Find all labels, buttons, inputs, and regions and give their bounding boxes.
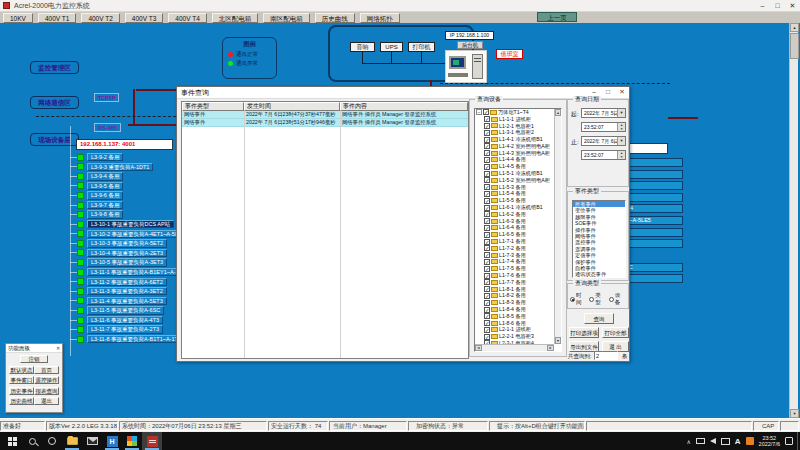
- checkbox-icon[interactable]: [484, 143, 490, 149]
- checkbox-icon[interactable]: [484, 313, 490, 319]
- scroll-right-icon[interactable]: [547, 345, 554, 351]
- device-row[interactable]: L3-11-1 事故重要负荷A-B1EY1~A-2ET1: [70, 268, 193, 276]
- function-panel-titlebar[interactable]: 功能面板: [6, 344, 62, 353]
- tab-item[interactable]: 400V T2: [81, 13, 119, 23]
- scroll-up-icon[interactable]: [555, 109, 561, 116]
- scroll-up-icon[interactable]: [790, 23, 799, 32]
- function-button[interactable]: 默认状态: [9, 366, 34, 374]
- scroll-thumb[interactable]: [790, 33, 799, 59]
- workstation-icon[interactable]: [445, 50, 487, 83]
- close-icon[interactable]: [785, 0, 800, 11]
- event-table-row[interactable]: 网络事件2022年 7月 6日23时47分37秒477毫秒网络事件 操作员 Ma…: [182, 111, 468, 119]
- checkbox-icon[interactable]: [484, 191, 490, 197]
- device-row[interactable]: L3-9-6 备用: [70, 191, 193, 199]
- alert-tray-icon[interactable]: [746, 437, 754, 445]
- device-row[interactable]: L3-10-2 事故重要负荷A-4ET1~A-5ET1: [70, 230, 193, 238]
- device-row[interactable]: L3-10-1 事故重要负荷DCS AP站: [70, 220, 193, 228]
- column-header-time[interactable]: 发生时间: [244, 102, 340, 111]
- query-type-option[interactable]: 设备: [609, 292, 625, 306]
- prev-page-button[interactable]: 上一页: [537, 12, 577, 22]
- checkbox-icon[interactable]: [484, 184, 490, 190]
- function-button[interactable]: 首页: [34, 366, 59, 374]
- tab-item[interactable]: 10KV: [3, 13, 33, 23]
- device-row[interactable]: L3-11-7 事故重要负荷A-2T3: [70, 325, 193, 333]
- device-row[interactable]: L3-9-4 备用: [70, 172, 193, 180]
- spinner-arrows-icon[interactable]: [617, 123, 625, 131]
- checkbox-icon[interactable]: [484, 245, 490, 251]
- checkbox-icon[interactable]: [484, 171, 490, 177]
- scroll-down-icon[interactable]: [790, 409, 799, 418]
- tab-item[interactable]: 南区配电箱: [263, 13, 310, 23]
- checkbox-icon[interactable]: [484, 211, 490, 217]
- scada-app-button[interactable]: [142, 432, 162, 450]
- device-row[interactable]: L3-9-8 备用: [70, 210, 193, 218]
- tab-item[interactable]: 网络拓扑: [360, 13, 400, 23]
- touch-keyboard-icon[interactable]: [721, 438, 730, 445]
- checkbox-icon[interactable]: [484, 232, 490, 238]
- checkbox-icon[interactable]: [484, 205, 490, 211]
- device-row[interactable]: L3-11-2 事故重要负荷A-6ET2: [70, 278, 193, 286]
- column-header-content[interactable]: 事件内容: [340, 102, 468, 111]
- function-button[interactable]: 注销: [20, 355, 48, 363]
- device-row[interactable]: L3-11-8 事故重要负荷A-B1T1~A-1T1: [70, 335, 193, 343]
- device-row[interactable]: L3-11-4 事故重要负荷A-5ET3: [70, 297, 193, 305]
- scroll-left-icon[interactable]: [475, 345, 482, 351]
- checkbox-icon[interactable]: [484, 307, 490, 313]
- spinner-arrows-icon[interactable]: [617, 151, 625, 159]
- tray-chevron-up-icon[interactable]: [686, 438, 690, 445]
- function-button[interactable]: 退出: [34, 397, 59, 405]
- checkbox-icon[interactable]: [484, 252, 490, 258]
- query-type-option[interactable]: 时间: [570, 292, 586, 306]
- device-row[interactable]: L3-10-4 事故重要负荷A-2ET3: [70, 249, 193, 257]
- checkbox-icon[interactable]: [484, 279, 490, 285]
- taskbar-clock[interactable]: 23:52 2022/7/6: [759, 435, 780, 448]
- function-button[interactable]: 事件窗口: [9, 376, 34, 384]
- checkbox-icon[interactable]: [484, 320, 490, 326]
- to-time-spinner[interactable]: 23:52:07: [581, 150, 626, 160]
- checkbox-icon[interactable]: [484, 327, 490, 333]
- checkbox-icon[interactable]: [484, 177, 490, 183]
- tab-item[interactable]: 北区配电箱: [212, 13, 259, 23]
- checkbox-icon[interactable]: [484, 300, 490, 306]
- print-selected-button[interactable]: 打印选择项: [569, 327, 599, 338]
- print-all-button[interactable]: 打印全部: [602, 327, 629, 338]
- function-button[interactable]: 遥控操作: [34, 376, 59, 384]
- checkbox-icon[interactable]: [484, 225, 490, 231]
- search-button[interactable]: [22, 432, 42, 450]
- checkbox-icon[interactable]: [484, 198, 490, 204]
- device-row[interactable]: L3-11-3 事故重要负荷A-3ET2: [70, 287, 193, 295]
- checkbox-icon[interactable]: [484, 116, 490, 122]
- start-button[interactable]: [2, 432, 22, 450]
- checkbox-icon[interactable]: [484, 293, 490, 299]
- device-row[interactable]: L3-9-2 备用: [70, 153, 193, 161]
- result-count-input[interactable]: [594, 351, 618, 360]
- function-panel-close-icon[interactable]: [54, 345, 62, 351]
- function-button[interactable]: 报表查询: [34, 387, 59, 395]
- maximize-icon[interactable]: [770, 0, 785, 11]
- tab-item[interactable]: 历史曲线: [315, 13, 355, 23]
- dialog-maximize-icon[interactable]: [601, 87, 615, 98]
- checkbox-icon[interactable]: [484, 286, 490, 292]
- query-button[interactable]: 查询: [584, 313, 614, 324]
- dialog-close-icon[interactable]: [615, 87, 629, 98]
- tree-vertical-scrollbar[interactable]: [554, 109, 561, 344]
- checkbox-icon[interactable]: [484, 157, 490, 163]
- checkbox-icon[interactable]: [484, 266, 490, 272]
- from-date-combo[interactable]: 2022年 7月 5日: [581, 108, 626, 118]
- dropdown-arrow-icon[interactable]: [617, 109, 625, 117]
- volume-icon[interactable]: [710, 438, 716, 444]
- dropdown-arrow-icon[interactable]: [617, 137, 625, 145]
- app-h-button[interactable]: H: [102, 432, 122, 450]
- device-row[interactable]: L3-9-3 重要负荷A-1DT1: [70, 163, 193, 171]
- to-date-combo[interactable]: 2022年 7月 6日: [581, 136, 626, 146]
- collapse-icon[interactable]: [476, 109, 482, 115]
- checkbox-icon[interactable]: [484, 123, 490, 129]
- checkbox-icon[interactable]: [484, 334, 490, 340]
- dialog-titlebar[interactable]: 事件查询: [177, 87, 629, 99]
- notification-center-icon[interactable]: [785, 437, 793, 445]
- from-time-spinner[interactable]: 23:52:07: [581, 122, 626, 132]
- checkbox-icon[interactable]: [484, 130, 490, 136]
- device-row[interactable]: L3-11-6 事故重要负荷A-4T3: [70, 316, 193, 324]
- app-grid-button[interactable]: [122, 432, 142, 450]
- checkbox-icon[interactable]: [484, 273, 490, 279]
